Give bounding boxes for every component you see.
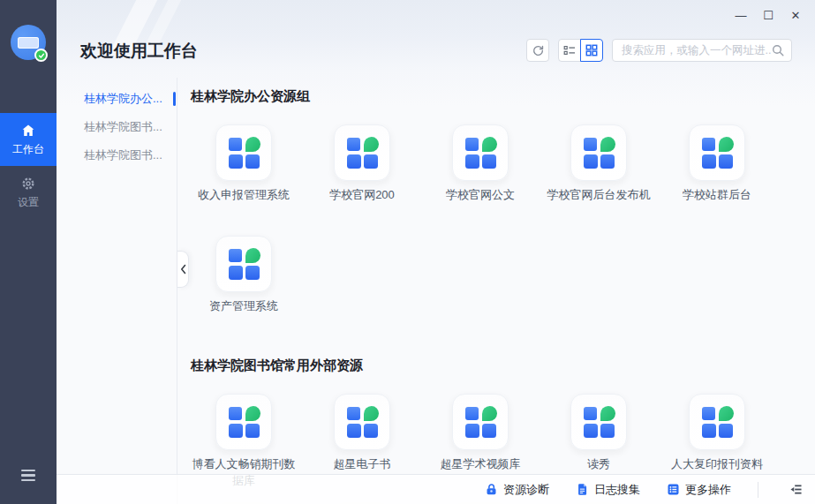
bar-item-label: 日志搜集 — [594, 482, 640, 498]
app-label: 读秀 — [587, 456, 610, 473]
app-tile[interactable] — [452, 124, 509, 181]
app-tile[interactable] — [334, 124, 390, 181]
content-area: — ☐ ✕ 欢迎使用工作台 — [57, 0, 815, 504]
bar-item-label: 更多操作 — [685, 482, 731, 498]
category-item[interactable]: 桂林学院图书... — [57, 141, 177, 169]
app-shortcut[interactable]: 学校官网公文 — [421, 124, 540, 236]
app-label: 超星学术视频库 — [441, 456, 521, 473]
log-collect-button[interactable]: 日志搜集 — [576, 482, 640, 498]
check-icon — [38, 52, 45, 59]
app-label: 学校站群后台 — [683, 187, 751, 204]
app-label: 超星电子书 — [334, 456, 391, 473]
more-actions-button[interactable]: 更多操作 — [667, 482, 731, 498]
list-menu-icon — [667, 483, 680, 496]
collapse-panel-handle[interactable] — [177, 251, 189, 288]
list-view-icon — [563, 44, 576, 56]
app-label: 人大复印报刊资料 — [671, 456, 763, 473]
bottom-action-bar: 资源诊断 日志搜集 — [57, 474, 815, 504]
app-shortcut[interactable]: 学校官网200 — [303, 124, 421, 236]
search-icon[interactable] — [772, 44, 784, 56]
search-box — [612, 39, 792, 62]
collapse-to-tray-button[interactable] — [785, 479, 806, 500]
gear-icon — [20, 176, 36, 192]
refresh-button[interactable] — [526, 39, 549, 62]
search-input[interactable] — [622, 44, 772, 56]
app-shortcut[interactable]: 资产管理系统 — [185, 236, 303, 347]
sidebar-item-label: 设置 — [18, 195, 39, 210]
app-label: 学校官网200 — [329, 187, 395, 204]
category-panel: 桂林学院办公... 桂林学院图书... 桂林学院图书... — [57, 78, 177, 504]
lock-icon — [485, 483, 498, 496]
app-grid-leaf-icon — [346, 137, 379, 169]
view-mode-toggle — [558, 39, 603, 62]
app-shortcut[interactable]: 学校官网后台发布机 — [540, 124, 658, 236]
app-tile[interactable] — [215, 236, 272, 292]
online-status-badge — [34, 49, 48, 62]
group-title: 桂林学院办公资源组 — [191, 88, 815, 105]
workspace-body: 桂林学院办公... 桂林学院图书... 桂林学院图书... 桂林学院办公资源组 … — [57, 78, 815, 504]
document-icon — [576, 483, 589, 496]
user-avatar[interactable] — [11, 25, 46, 60]
sidebar: 工作台 设置 — [0, 0, 57, 504]
maximize-button[interactable]: ☐ — [761, 8, 775, 22]
close-button[interactable]: ✕ — [789, 8, 803, 22]
window-controls: — ☐ ✕ — [734, 8, 803, 22]
app-grid-leaf-icon — [701, 137, 734, 169]
app-shortcut[interactable]: 收入申报管理系统 — [185, 124, 303, 236]
app-shortcut[interactable]: 学校站群后台 — [658, 124, 776, 236]
app-grid-area: 桂林学院办公资源组 收入申报管理系统 学校官网200 学校官网公文 — [178, 78, 815, 504]
app-grid-leaf-icon — [701, 406, 734, 439]
app-grid-leaf-icon — [228, 248, 260, 281]
minimize-button[interactable]: — — [734, 8, 748, 22]
toolbar — [526, 39, 792, 62]
grid-view-icon — [585, 44, 598, 56]
sidebar-nav: 工作台 设置 — [0, 113, 57, 219]
app-tile[interactable] — [689, 394, 745, 450]
app-tile[interactable] — [334, 394, 390, 450]
home-icon — [20, 123, 36, 139]
app-tile[interactable] — [452, 394, 509, 450]
category-item[interactable]: 桂林学院办公... — [57, 85, 177, 113]
app-grid-leaf-icon — [583, 137, 615, 169]
sidebar-item-settings[interactable]: 设置 — [0, 166, 57, 219]
app-grid-leaf-icon — [228, 406, 260, 439]
sidebar-item-workspace[interactable]: 工作台 — [0, 113, 57, 166]
menu-hamburger-icon[interactable] — [18, 466, 39, 485]
app-label: 学校官网公文 — [446, 187, 515, 204]
app-grid-leaf-icon — [464, 137, 497, 169]
app-grid-leaf-icon — [346, 406, 379, 439]
app-grid-leaf-icon — [583, 406, 615, 439]
resource-diagnose-button[interactable]: 资源诊断 — [485, 482, 549, 498]
bar-divider — [758, 482, 758, 498]
list-view-button[interactable] — [558, 39, 581, 62]
collapse-list-icon — [789, 482, 804, 497]
sidebar-item-label: 工作台 — [12, 142, 44, 157]
app-tile[interactable] — [215, 124, 272, 181]
app-grid-leaf-icon — [228, 137, 260, 169]
workspace-window: 工作台 设置 — ☐ ✕ 欢迎使用工作台 — [0, 0, 815, 504]
app-grid: 收入申报管理系统 学校官网200 学校官网公文 学校官网后台发布机 — [185, 124, 815, 347]
app-tile[interactable] — [570, 394, 627, 450]
grid-view-button[interactable] — [580, 39, 603, 62]
app-tile[interactable] — [570, 124, 627, 181]
refresh-icon — [532, 44, 545, 57]
app-tile[interactable] — [215, 394, 272, 450]
app-label: 收入申报管理系统 — [198, 187, 290, 204]
app-label: 学校官网后台发布机 — [547, 187, 651, 204]
category-item[interactable]: 桂林学院图书... — [57, 113, 177, 141]
bar-item-label: 资源诊断 — [503, 482, 549, 498]
app-label: 资产管理系统 — [209, 298, 278, 315]
chevron-left-icon — [179, 263, 187, 275]
app-grid-leaf-icon — [464, 406, 497, 439]
page-title: 欢迎使用工作台 — [80, 40, 198, 63]
group-title: 桂林学院图书馆常用外部资源 — [191, 357, 815, 374]
app-tile[interactable] — [689, 124, 745, 181]
